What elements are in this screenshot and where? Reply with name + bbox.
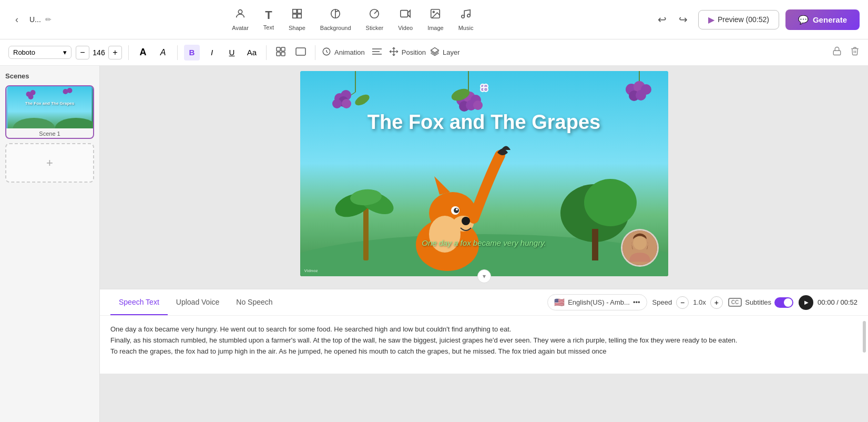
tool-sticker[interactable]: Sticker — [366, 8, 384, 31]
svg-rect-42 — [592, 229, 598, 260]
music-icon — [460, 8, 472, 23]
undo-button[interactable]: ↩ — [654, 11, 671, 28]
font-dropdown-icon: ▾ — [63, 48, 67, 56]
tool-music[interactable]: Music — [458, 8, 474, 31]
text-label: Text — [263, 24, 274, 31]
speed-control: Speed − 1.0x + — [652, 296, 723, 309]
underline-button[interactable]: U — [224, 45, 240, 61]
tool-text[interactable]: T Text — [263, 8, 274, 31]
font-style-2[interactable]: A — [155, 45, 171, 61]
border-button[interactable] — [293, 45, 309, 61]
lock-button[interactable] — [832, 46, 842, 58]
speech-text-area[interactable]: One day a fox became very hungry. He wen… — [100, 316, 868, 374]
animation-icon — [322, 47, 331, 58]
scene-label-1: Scene 1 — [6, 128, 93, 138]
canvas-title[interactable]: The Fox and The Grapes — [363, 109, 605, 136]
svg-text:The Fox and The Grapes: The Fox and The Grapes — [25, 101, 75, 106]
top-toolbar: ‹ U... ✏ Avatar T Text Shape — [0, 0, 868, 39]
subtitle-text: One day a fox became very hungry. — [422, 238, 546, 247]
main-content: Scenes The Fox and The Grapes — [0, 66, 868, 422]
tool-video[interactable]: Video — [398, 8, 413, 31]
speed-plus[interactable]: + — [710, 296, 723, 309]
tab-upload-voice[interactable]: Upload Voice — [168, 289, 228, 315]
case-button[interactable]: Aa — [244, 45, 260, 61]
position-button[interactable]: Position — [389, 47, 426, 58]
preview-play-icon: ▶ — [708, 15, 714, 25]
delete-button[interactable] — [850, 46, 860, 58]
speed-minus[interactable]: − — [676, 296, 689, 309]
border-icon — [295, 47, 306, 57]
sticker-label: Sticker — [366, 25, 384, 31]
tool-avatar[interactable]: Avatar — [232, 8, 249, 31]
subtitles-label: Subtitles — [745, 298, 771, 306]
svg-rect-16 — [277, 47, 280, 51]
svg-point-79 — [633, 236, 647, 250]
scenes-title: Scenes — [5, 72, 94, 80]
position-label: Position — [402, 48, 426, 56]
bold-button[interactable]: B — [184, 45, 200, 61]
subtitles-control: CC Subtitles — [728, 297, 793, 308]
canvas-background: The Fox and The Grapes One day a fox bec… — [300, 71, 668, 276]
separator-2 — [177, 45, 178, 60]
svg-rect-4 — [298, 14, 301, 18]
edit-icon[interactable]: ✏ — [45, 15, 52, 24]
font-selector[interactable]: Roboto ▾ — [8, 46, 72, 59]
scene-item-1[interactable]: The Fox and The Grapes — [5, 85, 94, 139]
text-icon: T — [265, 8, 272, 22]
playback-time: 00:00 / 00:52 — [818, 298, 857, 306]
tab-no-speech[interactable]: No Speech — [228, 289, 281, 315]
animation-button[interactable]: Animation — [322, 47, 365, 58]
svg-point-15 — [467, 14, 471, 17]
font-style-1[interactable]: A — [135, 45, 151, 61]
tool-background[interactable]: Background — [320, 8, 351, 31]
scroll-thumb[interactable] — [863, 321, 866, 353]
toolbar-right: ↩ ↪ ▶ Preview (00:52) 💬 Generate — [654, 9, 860, 30]
scroll-bar — [863, 316, 866, 374]
generate-button[interactable]: 💬 Generate — [785, 9, 860, 30]
avatar-circle — [621, 229, 659, 267]
play-button[interactable]: ▶ — [799, 295, 813, 310]
language-selector[interactable]: 🇺🇸 English(US) - Amb... ••• — [547, 294, 647, 310]
avatar-label: Avatar — [232, 25, 249, 31]
handle-br[interactable] — [483, 87, 488, 92]
tool-shape[interactable]: Shape — [289, 8, 305, 31]
pattern-button[interactable] — [273, 45, 289, 61]
video-icon — [400, 8, 411, 23]
svg-rect-2 — [298, 9, 301, 13]
font-size-minus[interactable]: − — [76, 46, 89, 59]
tab-speech-text[interactable]: Speech Text — [110, 289, 168, 315]
align-button[interactable] — [369, 45, 385, 61]
project-name: U... — [29, 15, 41, 24]
case-icon: Aa — [247, 48, 257, 57]
add-scene-button[interactable]: + — [5, 143, 94, 183]
pattern-icon — [276, 47, 285, 58]
watermark: Vidnoz — [304, 268, 318, 273]
preview-button[interactable]: ▶ Preview (00:52) — [698, 10, 779, 29]
font-size-control: − 146 + — [76, 46, 122, 59]
svg-rect-28 — [833, 51, 841, 55]
speed-value: 1.0x — [693, 298, 706, 306]
layer-label: Layer — [443, 48, 460, 56]
add-scene-icon: + — [46, 156, 53, 170]
italic-button[interactable]: I — [204, 45, 220, 61]
svg-point-41 — [584, 179, 637, 226]
undo-redo-group: ↩ ↪ — [654, 11, 692, 28]
shape-label: Shape — [289, 25, 305, 31]
svg-rect-19 — [281, 52, 285, 56]
subtitles-toggle[interactable] — [774, 297, 793, 308]
speech-tabs: Speech Text Upload Voice No Speech 🇺🇸 En… — [100, 289, 868, 316]
toolbar-center: Avatar T Text Shape Background — [232, 8, 473, 31]
back-button[interactable]: ‹ — [8, 11, 25, 28]
scene-thumbnail-1: The Fox and The Grapes — [6, 86, 93, 128]
redo-button[interactable]: ↪ — [675, 11, 692, 28]
font-size-plus[interactable]: + — [108, 46, 122, 59]
canvas-wrapper: The Fox and The Grapes One day a fox bec… — [300, 71, 668, 276]
background-label: Background — [320, 25, 351, 31]
svg-rect-10 — [401, 11, 408, 17]
font-size-value: 146 — [91, 48, 106, 57]
layer-button[interactable]: Layer — [430, 47, 460, 58]
collapse-button[interactable]: ▾ — [477, 269, 491, 283]
no-speech-label: No Speech — [236, 298, 272, 306]
tool-image[interactable]: Image — [427, 8, 444, 31]
svg-point-52 — [332, 99, 342, 108]
